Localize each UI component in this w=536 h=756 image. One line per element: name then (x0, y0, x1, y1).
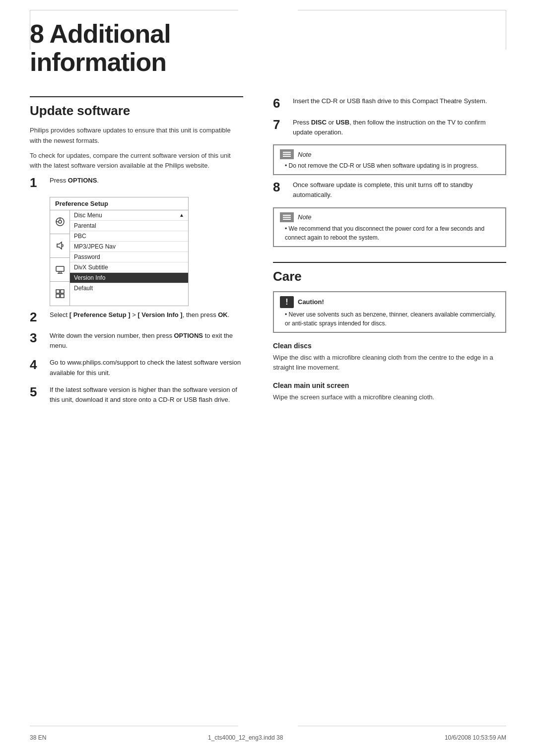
svg-rect-11 (56, 294, 60, 298)
step-7-num: 7 (273, 118, 288, 132)
pref-item-disc-menu-label: Disc Menu (74, 212, 102, 219)
step-1-content: Press OPTIONS. (50, 176, 243, 186)
svg-marker-4 (57, 242, 62, 249)
pref-item-password: Password (70, 252, 188, 262)
pref-icon-monitor (50, 258, 70, 282)
chapter-heading: 8 Additional information (30, 20, 506, 76)
step-7: 7 Press DISC or USB, then follow the ins… (273, 118, 506, 137)
page: 8 Additional information Update software… (0, 0, 536, 756)
pref-icons-col (50, 210, 70, 306)
footer-page-num: 38 EN (30, 734, 46, 741)
svg-rect-9 (56, 290, 60, 293)
caution-label: Caution! (298, 297, 324, 307)
step-3-num: 3 (30, 331, 45, 345)
note-box-2: Note We recommend that you disconnect th… (273, 207, 506, 247)
note-line (283, 156, 291, 157)
note-line (283, 152, 291, 153)
pref-icon-disc (50, 210, 70, 234)
svg-rect-12 (61, 294, 64, 298)
chapter-title: Additional information (30, 19, 171, 76)
pref-item-password-label: Password (74, 253, 100, 260)
intro-paragraph-2: To check for updates, compare the curren… (30, 151, 243, 171)
top-line-right (298, 10, 506, 10)
note-icon-lines-2 (283, 215, 291, 220)
step-5-num: 5 (30, 385, 45, 399)
note-1-bullet: Do not remove the CD-R or USB when softw… (280, 161, 499, 170)
pref-table-header: Preference Setup (50, 197, 188, 210)
caution-bullet: Never use solvents such as benzene, thin… (280, 310, 499, 328)
step-2-content: Select [ Preference Setup ] > [ Version … (50, 310, 243, 320)
step-3-content: Write down the version number, then pres… (50, 331, 243, 351)
caution-header: ! Caution! (280, 296, 499, 308)
clean-discs-text: Wipe the disc with a microfibre cleaning… (273, 353, 506, 373)
note-box-2-header: Note (280, 212, 499, 222)
step-4-content: Go to www.philips.com/support to check t… (50, 358, 243, 378)
pref-item-divx: DivX Subtitle (70, 262, 188, 273)
pref-item-pbc-label: PBC (74, 233, 86, 240)
pref-items-col: Disc Menu ▲ Parental PBC MP3/JPEG Nav (70, 210, 188, 306)
step-3: 3 Write down the version number, then pr… (30, 331, 243, 351)
footer-file-info: 1_cts4000_12_eng3.indd 38 (208, 734, 283, 741)
pref-item-disc-menu-arrow: ▲ (179, 212, 184, 218)
note-label-2: Note (298, 212, 311, 222)
note-icon-2 (280, 212, 294, 222)
step-2: 2 Select [ Preference Setup ] > [ Versio… (30, 310, 243, 324)
intro-paragraph-1: Philips provides software updates to ens… (30, 126, 243, 145)
caution-box: ! Caution! Never use solvents such as be… (273, 291, 506, 333)
svg-rect-5 (56, 266, 64, 271)
pref-item-mp3-label: MP3/JPEG Nav (74, 243, 116, 250)
note-box-1: Note Do not remove the CD-R or USB when … (273, 144, 506, 175)
left-vline (30, 10, 30, 50)
two-col-layout: Update software Philips provides softwar… (30, 96, 506, 412)
note-line (283, 154, 291, 155)
clean-discs-heading: Clean discs (273, 342, 506, 350)
step-1-num: 1 (30, 176, 45, 190)
right-column: 6 Insert the CD-R or USB flash drive to … (273, 96, 506, 412)
step-6: 6 Insert the CD-R or USB flash drive to … (273, 96, 506, 111)
note-icon-lines-1 (283, 152, 291, 157)
preference-setup-table: Preference Setup (50, 197, 189, 306)
step-5: 5 If the latest software version is high… (30, 385, 243, 405)
footer-date-info: 10/6/2008 10:53:59 AM (445, 734, 506, 741)
bottom-line-right (298, 726, 506, 726)
step-6-num: 6 (273, 96, 288, 111)
note-box-1-header: Note (280, 149, 499, 159)
pref-icon-grid (50, 282, 70, 306)
pref-item-pbc: PBC (70, 231, 188, 242)
note-line (283, 217, 291, 218)
footer: 38 EN 1_cts4000_12_eng3.indd 38 10/6/200… (30, 734, 506, 741)
pref-item-version: Version Info (70, 273, 188, 283)
step-2-num: 2 (30, 310, 45, 324)
step-8-num: 8 (273, 180, 288, 194)
caution-icon: ! (280, 296, 294, 308)
pref-item-disc-menu: Disc Menu ▲ (70, 210, 188, 221)
step-8-content: Once software update is complete, this u… (293, 180, 506, 200)
pref-item-default-label: Default (74, 285, 93, 292)
pref-item-parental: Parental (70, 221, 188, 231)
clean-screen-text: Wipe the screen surface with a microfibr… (273, 392, 506, 402)
step-4: 4 Go to www.philips.com/support to check… (30, 358, 243, 378)
step-5-content: If the latest software version is higher… (50, 385, 243, 405)
bottom-line-left (30, 726, 238, 726)
clean-screen-heading: Clean main unit screen (273, 381, 506, 389)
pref-icon-speaker (50, 234, 70, 258)
pref-item-mp3: MP3/JPEG Nav (70, 242, 188, 252)
right-vline (506, 10, 506, 50)
note-line (283, 219, 291, 220)
care-heading: Care (273, 262, 506, 284)
note-2-bullet: We recommend that you disconnect the pow… (280, 224, 499, 242)
pref-item-parental-label: Parental (74, 222, 96, 229)
step-8: 8 Once software update is complete, this… (273, 180, 506, 200)
pref-item-divx-label: DivX Subtitle (74, 264, 108, 271)
top-line-left (30, 10, 238, 10)
chapter-title-line1: Additional (49, 19, 170, 48)
pref-table-body: Disc Menu ▲ Parental PBC MP3/JPEG Nav (50, 210, 188, 306)
update-software-heading: Update software (30, 96, 243, 119)
step-7-content: Press DISC or USB, then follow the instr… (293, 118, 506, 137)
pref-item-default: Default (70, 283, 188, 293)
chapter-num: 8 (30, 19, 44, 48)
step-4-num: 4 (30, 358, 45, 372)
note-line (283, 215, 291, 216)
chapter-title-line2: information (30, 48, 166, 76)
note-label-1: Note (298, 150, 311, 160)
